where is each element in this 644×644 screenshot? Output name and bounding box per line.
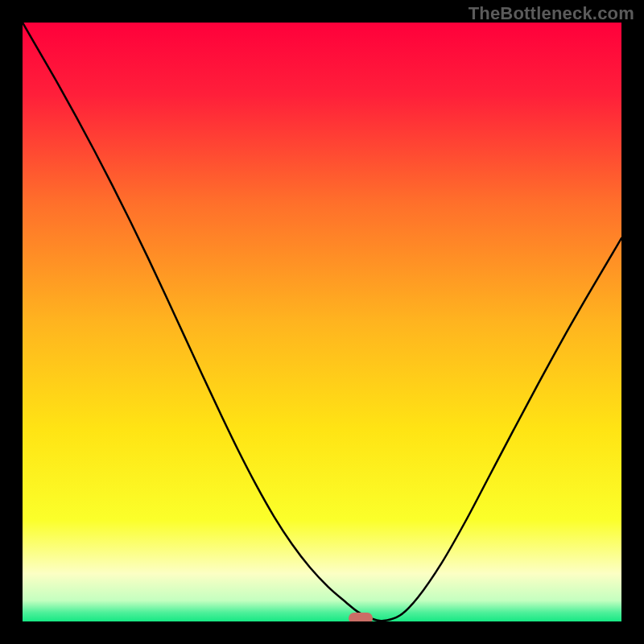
watermark-text: TheBottleneck.com [469,3,634,24]
bottleneck-curve [23,23,621,621]
plot-area [23,23,621,621]
curve-layer [23,23,621,621]
optimum-marker [349,613,373,621]
chart-frame: TheBottleneck.com [0,0,644,644]
